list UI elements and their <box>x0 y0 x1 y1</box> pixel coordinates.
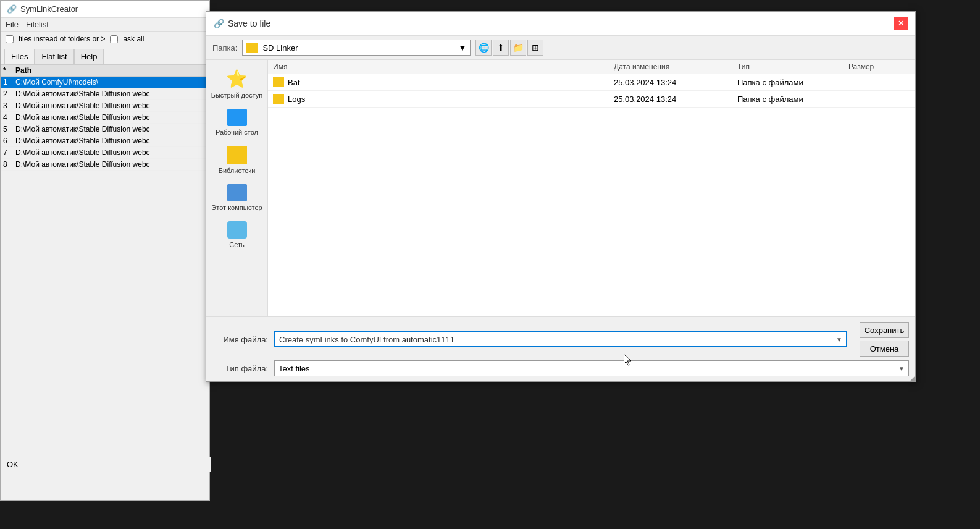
menu-file[interactable]: File <box>6 20 19 29</box>
list-item[interactable]: Logs 25.03.2024 13:24 Папка с файлами <box>268 91 915 108</box>
row-path: D:\Мой автоматик\Stable Diffusion webc <box>15 101 207 110</box>
app-titlebar: 🔗 SymLinkCreator <box>1 1 209 18</box>
save-button[interactable]: Сохранить <box>860 322 909 338</box>
filetype-row: Тип файла: Text files ▼ <box>212 360 909 376</box>
row-path: D:\Мой автоматик\Stable Diffusion webc <box>15 148 207 157</box>
filename-dropdown-arrow: ▼ <box>836 336 842 343</box>
table-row[interactable]: 3 D:\Мой автоматик\Stable Diffusion webc <box>1 100 209 112</box>
table-row[interactable]: 5 D:\Мой автоматик\Stable Diffusion webc <box>1 124 209 135</box>
file-date: 25.03.2024 13:24 <box>614 78 737 87</box>
table-row[interactable]: 7 D:\Мой автоматик\Stable Diffusion webc <box>1 147 209 159</box>
sidebar-item-computer[interactable]: Этот компьютер <box>206 180 267 215</box>
row-num: 4 <box>3 113 15 122</box>
sidebar-item-quick-access[interactable]: ⭐ Быстрый доступ <box>206 65 267 103</box>
dialog-title: 🔗 Save to file <box>214 19 270 28</box>
checkbox-ask-all[interactable] <box>110 35 118 43</box>
file-type: Папка с файлами <box>737 95 848 104</box>
tab-help[interactable]: Help <box>74 49 104 64</box>
current-folder-name: SD Linker <box>262 43 298 53</box>
list-item[interactable]: Bat 25.03.2024 13:24 Папка с файлами <box>268 74 915 91</box>
file-name-cell: Logs <box>273 94 614 104</box>
col-type: Тип <box>737 62 848 71</box>
dialog-title-icon: 🔗 <box>214 19 224 28</box>
row-path: D:\Мой автоматик\Stable Diffusion webc <box>15 125 207 133</box>
folder-dropdown-arrow: ▼ <box>459 43 467 53</box>
dialog-title-text: Save to file <box>228 19 270 28</box>
col-size: Размер <box>848 62 910 71</box>
folder-icon <box>246 43 258 53</box>
ok-bar: OK <box>1 457 211 472</box>
col-name: Имя <box>273 62 614 71</box>
filename-value: Create symLinks to ComfyUI from automati… <box>279 335 454 344</box>
table-header: * Path <box>1 65 209 77</box>
checkbox-files-label: files instead of folders or > <box>19 35 105 43</box>
dialog-toolbar: Папка: SD Linker ▼ 🌐 ⬆ 📁 ⊞ <box>206 36 915 60</box>
filetype-label: Тип файла: <box>212 364 268 373</box>
table-row[interactable]: 4 D:\Мой автоматик\Stable Diffusion webc <box>1 112 209 124</box>
table-row[interactable]: 6 D:\Мой автоматик\Stable Diffusion webc <box>1 135 209 147</box>
app-title: SymLinkCreator <box>20 4 78 14</box>
file-list-area: Имя Дата изменения Тип Размер Bat 25.03.… <box>268 60 915 316</box>
row-num: 3 <box>3 101 15 110</box>
col-path: Path <box>15 66 207 75</box>
toolbar-new-folder-icon-btn[interactable]: 📁 <box>510 40 526 56</box>
row-path: D:\Мой автоматик\Stable Diffusion webc <box>15 113 207 122</box>
toolbar-web-icon-btn[interactable]: 🌐 <box>475 40 492 56</box>
computer-icon <box>227 184 247 201</box>
sidebar-item-libraries[interactable]: Библиотеки <box>206 142 267 178</box>
checkbox-row: files instead of folders or > ask all <box>1 32 209 46</box>
row-num: 6 <box>3 137 15 145</box>
folder-select-dropdown[interactable]: SD Linker ▼ <box>242 40 471 56</box>
file-list-header: Имя Дата изменения Тип Размер <box>268 60 915 74</box>
dialog-body: ⭐ Быстрый доступ Рабочий стол Библиотеки… <box>206 60 915 316</box>
filename-label: Имя файла: <box>212 335 268 344</box>
dialog-titlebar: 🔗 Save to file ✕ <box>206 12 915 36</box>
col-star: * <box>3 66 15 75</box>
app-title-icon: 🔗 <box>7 4 17 14</box>
toolbar-view-icon-btn[interactable]: ⊞ <box>527 40 543 56</box>
app-menubar: File Filelist <box>1 18 209 32</box>
filetype-select[interactable]: Text files ▼ <box>274 360 909 376</box>
desktop-icon <box>227 109 247 126</box>
row-path: D:\Мой автоматик\Stable Diffusion webc <box>15 90 207 98</box>
toolbar-icons: 🌐 ⬆ 📁 ⊞ <box>475 40 543 56</box>
sidebar-item-desktop[interactable]: Рабочий стол <box>206 105 267 140</box>
file-date: 25.03.2024 13:24 <box>614 95 737 104</box>
filename-row: Имя файла: Create symLinks to ComfyUI fr… <box>212 322 909 357</box>
star-icon: ⭐ <box>226 69 248 89</box>
checkbox-ask-all-label: ask all <box>123 35 144 43</box>
tab-flat-list[interactable]: Flat list <box>35 49 73 64</box>
sidebar-label-libraries: Библиотеки <box>219 167 256 174</box>
ok-label[interactable]: OK <box>7 460 19 469</box>
row-num: 7 <box>3 148 15 157</box>
table-row[interactable]: 2 D:\Мой автоматик\Stable Diffusion webc <box>1 88 209 100</box>
row-num: 8 <box>3 160 15 169</box>
folder-icon <box>273 77 284 87</box>
tab-files[interactable]: Files <box>4 49 35 64</box>
library-icon <box>227 146 247 164</box>
sidebar-item-network[interactable]: Сеть <box>206 218 267 252</box>
menu-filelist[interactable]: Filelist <box>26 20 49 29</box>
resize-handle[interactable]: ◢ <box>908 374 915 381</box>
row-path: C:\Мой ComfyUI\models\ <box>15 78 207 87</box>
sidebar-label-desktop: Рабочий стол <box>216 129 258 136</box>
file-name: Logs <box>288 95 305 104</box>
dialog-bottom: Имя файла: Create symLinks to ComfyUI fr… <box>206 316 915 381</box>
filetype-value: Text files <box>279 364 310 373</box>
table-row[interactable]: 8 D:\Мой автоматик\Stable Diffusion webc <box>1 159 209 171</box>
row-num: 5 <box>3 125 15 133</box>
folder-icon <box>273 94 284 104</box>
cancel-button[interactable]: Отмена <box>860 341 909 357</box>
close-button[interactable]: ✕ <box>894 17 908 30</box>
checkbox-files[interactable] <box>6 35 14 43</box>
col-date: Дата изменения <box>614 62 737 71</box>
bottom-buttons: Сохранить Отмена <box>860 322 909 357</box>
table-row[interactable]: 1 C:\Мой ComfyUI\models\ <box>1 77 209 88</box>
row-path: D:\Мой автоматик\Stable Diffusion webc <box>15 160 207 169</box>
network-icon <box>227 221 247 239</box>
row-path: D:\Мой автоматик\Stable Diffusion webc <box>15 137 207 145</box>
filename-input[interactable]: Create symLinks to ComfyUI from automati… <box>274 331 847 347</box>
toolbar-up-icon-btn[interactable]: ⬆ <box>493 40 509 56</box>
sidebar-label-computer: Этот компьютер <box>211 204 262 211</box>
row-num: 1 <box>3 78 15 87</box>
